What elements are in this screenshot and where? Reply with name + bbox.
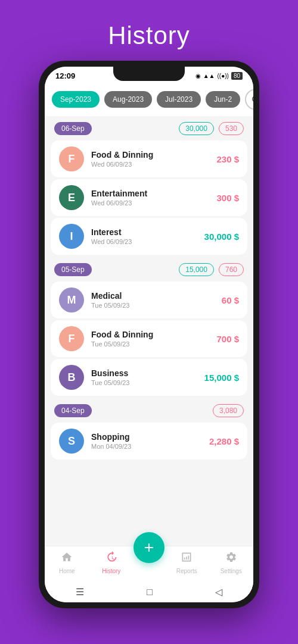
nav-item-home[interactable]: Home (45, 551, 89, 574)
transaction-info-medical-05sep: Medical Tue 05/09/23 (91, 291, 215, 309)
transaction-date-entertainment-06sep: Wed 06/09/23 (91, 199, 209, 207)
avatar-entertainment-06sep: E (59, 185, 84, 210)
date-badge-05sep: 05-Sep (54, 263, 92, 276)
date-header-04sep: 04-Sep 3,080 (45, 398, 253, 421)
nav-item-settings[interactable]: Settings (209, 551, 254, 574)
nav-label-home: Home (59, 568, 75, 574)
date-header-05sep: 05-Sep 15,000 760 (45, 257, 253, 280)
expense-total-04sep: 3,080 (213, 404, 244, 417)
transaction-info-shopping-04sep: Shopping Mon 04/09/23 (91, 432, 202, 450)
settings-icon (225, 551, 237, 566)
transaction-date-food-05sep: Tue 05/09/23 (91, 340, 209, 348)
date-totals-05sep: 15,000 760 (179, 263, 244, 276)
notch (113, 67, 185, 81)
phone-screen: 12:09 ◉ ▲▲ ((●)) 80 Sep-2023 Aug-2023 Ju… (45, 67, 253, 602)
transaction-date-medical-05sep: Tue 05/09/23 (91, 302, 215, 309)
transaction-amount-entertainment-06sep: 300 $ (216, 193, 239, 203)
nav-label-settings: Settings (221, 568, 242, 574)
history-icon (105, 551, 117, 566)
transaction-entertainment-06sep[interactable]: E Entertainment Wed 06/09/23 300 $ (51, 179, 247, 216)
transaction-medical-05sep[interactable]: M Medical Tue 05/09/23 60 $ (51, 282, 247, 318)
date-totals-06sep: 30,000 530 (179, 122, 244, 135)
transaction-name-business-05sep: Business (91, 368, 197, 378)
nav-item-history[interactable]: History (89, 551, 134, 574)
signal-icon: ▲▲ (203, 73, 215, 79)
transaction-name-interest-06sep: Interest (91, 227, 197, 237)
expense-total-06sep: 530 (219, 122, 244, 135)
transaction-list: 06-Sep 30,000 530 F Food & Dinning Wed 0… (45, 116, 253, 546)
income-total-05sep: 15,000 (179, 263, 214, 276)
svg-point-0 (253, 96, 253, 102)
home-icon (61, 551, 73, 566)
transaction-info-entertainment-06sep: Entertainment Wed 06/09/23 (91, 189, 209, 207)
transaction-date-interest-06sep: Wed 06/09/23 (91, 238, 197, 245)
month-chip-jun2023[interactable]: Jun-2 (206, 91, 240, 108)
date-header-06sep: 06-Sep 30,000 530 (45, 116, 253, 139)
transaction-amount-business-05sep: 15,000 $ (204, 373, 239, 383)
transaction-name-food-06sep: Food & Dinning (91, 150, 209, 160)
transaction-info-food-06sep: Food & Dinning Wed 06/09/23 (91, 150, 209, 168)
month-chip-sep2023[interactable]: Sep-2023 (52, 91, 100, 108)
bottom-nav: Home History + Reports (45, 546, 253, 582)
avatar-shopping-04sep: S (59, 429, 84, 454)
status-time: 12:09 (55, 71, 75, 80)
transaction-date-business-05sep: Tue 05/09/23 (91, 379, 197, 386)
transaction-info-interest-06sep: Interest Wed 06/09/23 (91, 227, 197, 245)
nav-item-reports[interactable]: Reports (164, 551, 209, 574)
nav-label-history: History (102, 568, 120, 574)
transaction-name-food-05sep: Food & Dinning (91, 330, 209, 339)
android-home-icon[interactable]: □ (147, 587, 153, 598)
search-button[interactable] (245, 89, 253, 110)
transaction-business-05sep[interactable]: B Business Tue 05/09/23 15,000 $ (51, 359, 247, 396)
network-icon: ◉ (195, 73, 201, 79)
expense-total-05sep: 760 (219, 263, 244, 276)
transaction-info-business-05sep: Business Tue 05/09/23 (91, 368, 197, 386)
transaction-food-05sep[interactable]: F Food & Dinning Tue 05/09/23 700 $ (51, 320, 247, 357)
transaction-info-food-05sep: Food & Dinning Tue 05/09/23 (91, 330, 209, 348)
battery-icon: 80 (231, 72, 243, 80)
fab-button[interactable]: + (134, 532, 164, 563)
transaction-amount-interest-06sep: 30,000 $ (204, 232, 239, 242)
date-group-04sep: 04-Sep 3,080 S Shopping Mon 04/09/23 2,2… (45, 398, 253, 459)
month-filter: Sep-2023 Aug-2023 Jul-2023 Jun-2 (45, 83, 253, 116)
transaction-amount-food-06sep: 230 $ (216, 154, 239, 164)
avatar-medical-05sep: M (59, 287, 84, 312)
nav-label-reports: Reports (176, 568, 197, 574)
android-menu-icon[interactable]: ☰ (76, 586, 84, 598)
month-chip-aug2023[interactable]: Aug-2023 (104, 91, 152, 108)
transaction-date-shopping-04sep: Mon 04/09/23 (91, 443, 202, 450)
avatar-interest-06sep: I (59, 224, 84, 249)
transaction-food-06sep[interactable]: F Food & Dinning Wed 06/09/23 230 $ (51, 140, 247, 177)
date-group-05sep: 05-Sep 15,000 760 M Medical Tue 05/09/23… (45, 257, 253, 396)
wifi-icon: ((●)) (218, 73, 229, 79)
date-badge-06sep: 06-Sep (54, 122, 92, 135)
transaction-name-shopping-04sep: Shopping (91, 432, 202, 442)
date-badge-04sep: 04-Sep (54, 404, 92, 417)
avatar-food-05sep: F (59, 326, 84, 351)
income-total-06sep: 30,000 (179, 122, 214, 135)
avatar-business-05sep: B (59, 365, 84, 390)
date-totals-04sep: 3,080 (213, 404, 244, 417)
date-group-06sep: 06-Sep 30,000 530 F Food & Dinning Wed 0… (45, 116, 253, 255)
transaction-amount-food-05sep: 700 $ (216, 334, 239, 344)
transaction-shopping-04sep[interactable]: S Shopping Mon 04/09/23 2,280 $ (51, 423, 247, 459)
transaction-date-food-06sep: Wed 06/09/23 (91, 161, 209, 168)
reports-icon (181, 551, 193, 566)
transaction-interest-06sep[interactable]: I Interest Wed 06/09/23 30,000 $ (51, 218, 247, 255)
transaction-amount-shopping-04sep: 2,280 $ (209, 436, 239, 446)
status-icons: ◉ ▲▲ ((●)) 80 (195, 72, 243, 80)
avatar-food-06sep: F (59, 146, 84, 171)
transaction-name-medical-05sep: Medical (91, 291, 215, 301)
phone-frame: 12:09 ◉ ▲▲ ((●)) 80 Sep-2023 Aug-2023 Ju… (39, 61, 259, 608)
page-title: History (108, 21, 190, 50)
transaction-name-entertainment-06sep: Entertainment (91, 189, 209, 198)
transaction-amount-medical-05sep: 60 $ (222, 295, 239, 305)
android-back-icon[interactable]: ◁ (215, 586, 222, 598)
status-bar: 12:09 ◉ ▲▲ ((●)) 80 (45, 67, 253, 83)
android-nav: ☰ □ ◁ (45, 582, 253, 602)
month-chip-jul2023[interactable]: Jul-2023 (157, 91, 201, 108)
